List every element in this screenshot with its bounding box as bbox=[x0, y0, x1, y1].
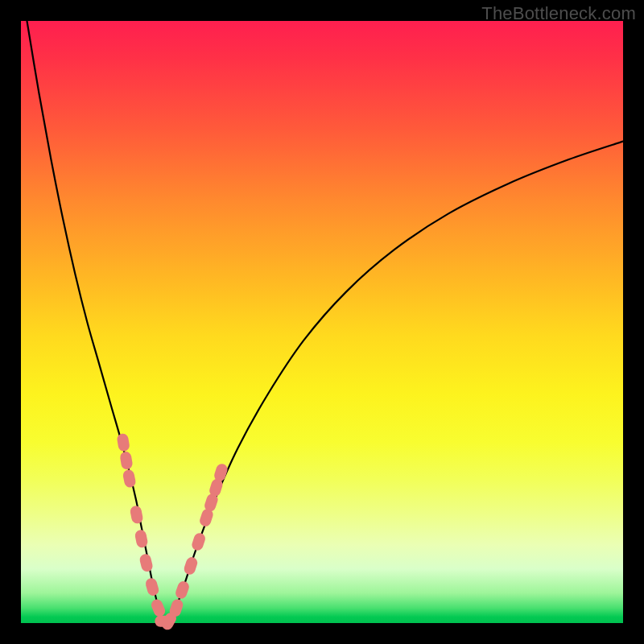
curve-marker bbox=[144, 577, 160, 597]
curve-marker bbox=[138, 553, 154, 573]
svg-rect-7 bbox=[150, 597, 167, 618]
curve-marker bbox=[150, 597, 167, 618]
svg-rect-4 bbox=[134, 529, 149, 548]
curve-marker bbox=[122, 469, 137, 488]
curve-marker bbox=[119, 451, 133, 470]
svg-rect-1 bbox=[119, 451, 133, 470]
curve-marker bbox=[130, 505, 144, 524]
svg-rect-6 bbox=[144, 577, 160, 597]
chart-overlay bbox=[0, 0, 644, 644]
svg-rect-2 bbox=[122, 469, 137, 488]
curve-marker bbox=[183, 555, 199, 576]
curve-marker bbox=[116, 433, 130, 452]
svg-rect-5 bbox=[138, 553, 154, 573]
curve-layer bbox=[27, 21, 623, 625]
chart-frame: TheBottleneck.com bbox=[0, 0, 644, 644]
svg-rect-3 bbox=[130, 505, 144, 524]
curve-marker bbox=[174, 580, 190, 600]
svg-rect-13 bbox=[191, 531, 207, 551]
bottleneck-curve bbox=[27, 21, 623, 625]
marker-layer bbox=[116, 433, 229, 632]
svg-rect-11 bbox=[174, 580, 190, 600]
curve-marker bbox=[191, 531, 207, 551]
curve-marker bbox=[134, 529, 149, 548]
svg-rect-12 bbox=[183, 555, 199, 576]
svg-rect-0 bbox=[116, 433, 130, 452]
